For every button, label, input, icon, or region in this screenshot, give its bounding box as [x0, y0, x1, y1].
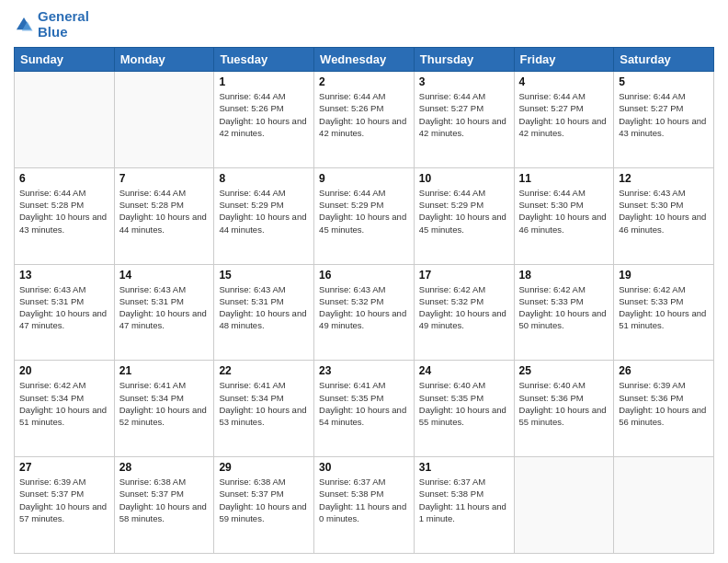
- day-number: 9: [319, 172, 409, 185]
- calendar-day-header: Friday: [514, 48, 614, 72]
- calendar-day-cell: 28Sunrise: 6:38 AM Sunset: 5:37 PM Dayli…: [114, 457, 214, 554]
- page: General Blue SundayMondayTuesdayWednesda…: [0, 0, 728, 563]
- header: General Blue: [14, 9, 714, 40]
- calendar-day-cell: 14Sunrise: 6:43 AM Sunset: 5:31 PM Dayli…: [114, 264, 214, 361]
- calendar-day-cell: 18Sunrise: 6:42 AM Sunset: 5:33 PM Dayli…: [514, 264, 614, 361]
- day-info: Sunrise: 6:42 AM Sunset: 5:32 PM Dayligh…: [419, 283, 509, 332]
- day-info: Sunrise: 6:44 AM Sunset: 5:26 PM Dayligh…: [219, 90, 309, 139]
- calendar-day-cell: 16Sunrise: 6:43 AM Sunset: 5:32 PM Dayli…: [314, 264, 415, 361]
- day-number: 16: [319, 269, 409, 282]
- calendar-day-cell: 30Sunrise: 6:37 AM Sunset: 5:38 PM Dayli…: [314, 457, 415, 554]
- day-info: Sunrise: 6:44 AM Sunset: 5:29 PM Dayligh…: [419, 187, 509, 236]
- day-number: 1: [219, 75, 309, 88]
- calendar-week-row: 27Sunrise: 6:39 AM Sunset: 5:37 PM Dayli…: [15, 457, 714, 554]
- calendar-day-cell: 26Sunrise: 6:39 AM Sunset: 5:36 PM Dayli…: [614, 361, 714, 457]
- day-number: 31: [419, 461, 509, 474]
- day-info: Sunrise: 6:43 AM Sunset: 5:31 PM Dayligh…: [19, 283, 109, 332]
- day-number: 13: [19, 269, 109, 282]
- day-number: 3: [419, 75, 509, 88]
- day-info: Sunrise: 6:38 AM Sunset: 5:37 PM Dayligh…: [119, 476, 210, 524]
- day-info: Sunrise: 6:44 AM Sunset: 5:27 PM Dayligh…: [519, 90, 609, 139]
- calendar-day-header: Thursday: [414, 48, 514, 72]
- day-info: Sunrise: 6:37 AM Sunset: 5:38 PM Dayligh…: [319, 476, 409, 524]
- day-info: Sunrise: 6:41 AM Sunset: 5:34 PM Dayligh…: [219, 379, 309, 428]
- day-number: 25: [519, 364, 609, 377]
- day-info: Sunrise: 6:43 AM Sunset: 5:32 PM Dayligh…: [319, 283, 409, 332]
- day-info: Sunrise: 6:44 AM Sunset: 5:28 PM Dayligh…: [119, 187, 210, 236]
- calendar-day-cell: 24Sunrise: 6:40 AM Sunset: 5:35 PM Dayli…: [414, 361, 514, 457]
- day-info: Sunrise: 6:39 AM Sunset: 5:36 PM Dayligh…: [619, 379, 709, 428]
- calendar-week-row: 13Sunrise: 6:43 AM Sunset: 5:31 PM Dayli…: [15, 264, 714, 361]
- day-info: Sunrise: 6:41 AM Sunset: 5:35 PM Dayligh…: [319, 379, 409, 428]
- day-number: 23: [319, 364, 409, 377]
- day-number: 14: [119, 269, 210, 282]
- day-number: 10: [419, 172, 509, 185]
- calendar-week-row: 1Sunrise: 6:44 AM Sunset: 5:26 PM Daylig…: [15, 72, 714, 168]
- calendar-week-row: 6Sunrise: 6:44 AM Sunset: 5:28 PM Daylig…: [15, 167, 714, 264]
- day-info: Sunrise: 6:43 AM Sunset: 5:31 PM Dayligh…: [219, 283, 309, 332]
- calendar-day-cell: 10Sunrise: 6:44 AM Sunset: 5:29 PM Dayli…: [414, 167, 514, 264]
- day-number: 28: [119, 461, 210, 474]
- day-number: 18: [519, 269, 609, 282]
- day-number: 20: [19, 364, 109, 377]
- calendar-day-cell: 9Sunrise: 6:44 AM Sunset: 5:29 PM Daylig…: [314, 167, 415, 264]
- calendar-header-row: SundayMondayTuesdayWednesdayThursdayFrid…: [15, 48, 714, 72]
- calendar-day-header: Monday: [114, 48, 214, 72]
- calendar-day-cell: 25Sunrise: 6:40 AM Sunset: 5:36 PM Dayli…: [514, 361, 614, 457]
- day-number: 26: [619, 364, 709, 377]
- logo-text: General Blue: [38, 9, 89, 40]
- day-number: 17: [419, 269, 509, 282]
- logo: General Blue: [14, 9, 89, 40]
- calendar-day-cell: 15Sunrise: 6:43 AM Sunset: 5:31 PM Dayli…: [214, 264, 314, 361]
- calendar-day-cell: 22Sunrise: 6:41 AM Sunset: 5:34 PM Dayli…: [214, 361, 314, 457]
- calendar-day-cell: [15, 72, 115, 168]
- calendar-day-cell: 23Sunrise: 6:41 AM Sunset: 5:35 PM Dayli…: [314, 361, 415, 457]
- calendar-day-cell: 29Sunrise: 6:38 AM Sunset: 5:37 PM Dayli…: [214, 457, 314, 554]
- day-info: Sunrise: 6:44 AM Sunset: 5:27 PM Dayligh…: [419, 90, 509, 139]
- day-info: Sunrise: 6:40 AM Sunset: 5:35 PM Dayligh…: [419, 379, 509, 428]
- calendar-day-cell: 4Sunrise: 6:44 AM Sunset: 5:27 PM Daylig…: [514, 72, 614, 168]
- logo-icon: [14, 15, 34, 35]
- day-number: 15: [219, 269, 309, 282]
- calendar-day-cell: 3Sunrise: 6:44 AM Sunset: 5:27 PM Daylig…: [414, 72, 514, 168]
- day-info: Sunrise: 6:43 AM Sunset: 5:30 PM Dayligh…: [619, 187, 709, 236]
- day-number: 7: [119, 172, 210, 185]
- calendar-day-cell: 31Sunrise: 6:37 AM Sunset: 5:38 PM Dayli…: [414, 457, 514, 554]
- day-info: Sunrise: 6:37 AM Sunset: 5:38 PM Dayligh…: [419, 476, 509, 524]
- calendar-day-cell: 5Sunrise: 6:44 AM Sunset: 5:27 PM Daylig…: [614, 72, 714, 168]
- day-info: Sunrise: 6:40 AM Sunset: 5:36 PM Dayligh…: [519, 379, 609, 428]
- day-number: 12: [619, 172, 709, 185]
- calendar-day-header: Wednesday: [314, 48, 415, 72]
- calendar-day-cell: 13Sunrise: 6:43 AM Sunset: 5:31 PM Dayli…: [15, 264, 115, 361]
- calendar-day-cell: 27Sunrise: 6:39 AM Sunset: 5:37 PM Dayli…: [15, 457, 115, 554]
- day-number: 8: [219, 172, 309, 185]
- calendar-day-cell: 21Sunrise: 6:41 AM Sunset: 5:34 PM Dayli…: [114, 361, 214, 457]
- day-number: 5: [619, 75, 709, 88]
- day-number: 30: [319, 461, 409, 474]
- day-info: Sunrise: 6:42 AM Sunset: 5:33 PM Dayligh…: [519, 283, 609, 332]
- day-number: 24: [419, 364, 509, 377]
- day-info: Sunrise: 6:44 AM Sunset: 5:29 PM Dayligh…: [219, 187, 309, 236]
- day-info: Sunrise: 6:39 AM Sunset: 5:37 PM Dayligh…: [19, 476, 109, 524]
- day-number: 2: [319, 75, 409, 88]
- calendar-day-cell: 7Sunrise: 6:44 AM Sunset: 5:28 PM Daylig…: [114, 167, 214, 264]
- day-info: Sunrise: 6:44 AM Sunset: 5:28 PM Dayligh…: [19, 187, 109, 236]
- calendar-day-cell: [114, 72, 214, 168]
- day-info: Sunrise: 6:42 AM Sunset: 5:34 PM Dayligh…: [19, 379, 109, 428]
- day-number: 4: [519, 75, 609, 88]
- calendar-day-cell: 17Sunrise: 6:42 AM Sunset: 5:32 PM Dayli…: [414, 264, 514, 361]
- calendar-day-cell: 11Sunrise: 6:44 AM Sunset: 5:30 PM Dayli…: [514, 167, 614, 264]
- calendar-day-cell: 6Sunrise: 6:44 AM Sunset: 5:28 PM Daylig…: [15, 167, 115, 264]
- day-info: Sunrise: 6:42 AM Sunset: 5:33 PM Dayligh…: [619, 283, 709, 332]
- day-number: 22: [219, 364, 309, 377]
- day-info: Sunrise: 6:43 AM Sunset: 5:31 PM Dayligh…: [119, 283, 210, 332]
- calendar-day-header: Saturday: [614, 48, 714, 72]
- calendar-table: SundayMondayTuesdayWednesdayThursdayFrid…: [14, 47, 714, 554]
- day-number: 6: [19, 172, 109, 185]
- calendar-week-row: 20Sunrise: 6:42 AM Sunset: 5:34 PM Dayli…: [15, 361, 714, 457]
- day-info: Sunrise: 6:44 AM Sunset: 5:26 PM Dayligh…: [319, 90, 409, 139]
- calendar-day-cell: [514, 457, 614, 554]
- calendar-day-cell: 19Sunrise: 6:42 AM Sunset: 5:33 PM Dayli…: [614, 264, 714, 361]
- day-info: Sunrise: 6:44 AM Sunset: 5:29 PM Dayligh…: [319, 187, 409, 236]
- calendar-day-cell: 2Sunrise: 6:44 AM Sunset: 5:26 PM Daylig…: [314, 72, 415, 168]
